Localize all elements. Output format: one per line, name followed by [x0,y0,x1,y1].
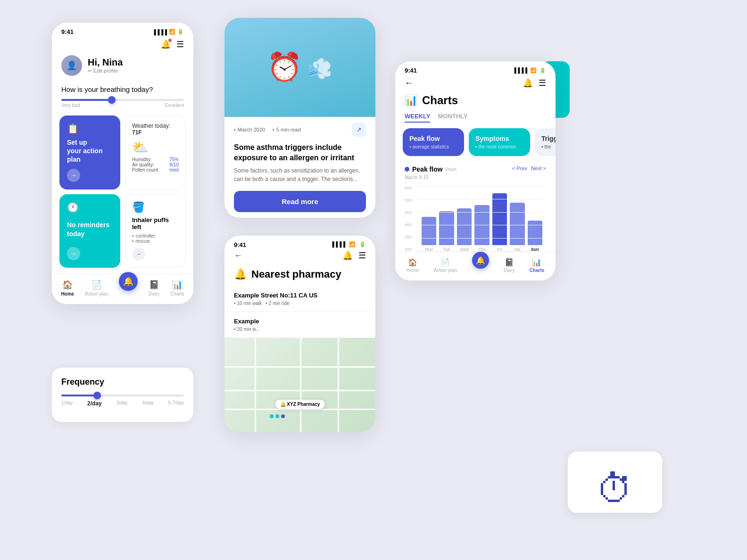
menu-icon[interactable]: ☰ [176,39,184,49]
charts-status-bar: 9:41 ▐▐▐▐ 📶 🔋 [395,61,556,76]
pharmacy-1-tags: 10 min walk 2 min ride [234,301,366,306]
charts-wifi: 📶 [530,67,537,74]
nav-action-plan[interactable]: 📄 Action plan [85,280,108,296]
frequency-card: Frequency 1/day 2/day 3/day 4/day 5-7/da… [52,368,193,422]
pharmacy-item-1[interactable]: Example Street No:11 CA US 10 min walk 2… [224,286,375,312]
map-pin[interactable]: 🔔 XYZ Pharmacy [275,400,325,409]
reminders-icon: 🕐 [67,202,113,213]
slider-labels: Very bad Excellent [61,103,184,108]
slider-min: Very bad [61,103,80,108]
slider-thumb [108,96,116,104]
phone-article: ⏰ 💨 March 2020 5 min read ↗ Some asthma … [224,18,375,218]
greeting-text: Hi, Nina [88,57,123,68]
charts-signal: ▐▐▐▐ [513,67,527,74]
peak-flow-date: March 9-15 [405,175,546,180]
pharmacy-menu-icon[interactable]: ☰ [358,250,366,261]
pharmacy-2-name: Example [234,318,259,325]
chart-cat-triggers[interactable]: Trigg the [535,128,556,156]
pharmacy-1-tag1: 10 min walk [234,301,262,306]
frequency-slider[interactable]: 1/day 2/day 3/day 4/day 5-7/day [61,395,184,407]
status-icons: ▐▐▐▐ 📶 🔋 [152,29,184,35]
pharmacy-title: Nearest pharmacy [251,268,341,280]
charts-nav-home[interactable]: 🏠 Home [407,258,419,273]
home-icon: 🏠 [62,280,73,290]
weather-stats: Humidity:75% Air quality:8/10 Pollen cou… [132,157,179,173]
wifi-icon: 📶 [169,29,175,35]
bar-thu: Thu [474,205,489,252]
charts-header: ← 🔔 ☰ [395,76,556,92]
bar-wed-rect [457,208,472,245]
frequency-labels: 1/day 2/day 3/day 4/day 5-7/day [61,400,184,407]
weather-card: Weather today: 71F ⛅ Humidity:75% Air qu… [125,115,186,189]
phone-charts: 9:41 ▐▐▐▐ 📶 🔋 ← 🔔 ☰ 📊 Charts WEEKLY MONT… [395,61,556,280]
slider-fill [61,99,110,101]
reminders-card[interactable]: 🕐 No reminderstoday → [59,194,120,268]
action-plan-title: Set upyour action plan [67,138,113,164]
charts-title: Charts [422,94,458,107]
next-button[interactable]: Next > [531,165,546,171]
charts-bar-icon: 📊 [405,94,417,107]
article-content: Some asthma triggers include exposure to… [224,137,375,218]
action-plan-arrow[interactable]: → [67,169,80,182]
charts-menu-icon[interactable]: ☰ [539,78,546,88]
chart-category-cards: Peak flow average statistics Symptoms th… [395,128,556,162]
signal-icon: ▐▐▐▐ [152,29,167,35]
pharmacy-1-name: Example Street No:11 CA US [234,292,366,299]
pharmacy-item-2[interactable]: Example 20 min w... [224,312,375,338]
nav-diary[interactable]: 📓 Diary [149,280,159,296]
chart-cat-peak-flow[interactable]: Peak flow average statistics [403,128,464,156]
status-bar: 9:41 ▐▐▐▐ 📶 🔋 [52,23,193,37]
bar-mon-rect [422,217,436,245]
prev-button[interactable]: < Prev [512,165,527,171]
reminders-arrow[interactable]: → [67,247,80,260]
tab-monthly[interactable]: MONTHLY [438,113,467,123]
action-plan-card[interactable]: 📋 Set upyour action plan → [59,115,120,189]
chart-cat-symptoms[interactable]: Symptoms the most common [469,128,530,156]
pharmacy-bell-icon[interactable]: 🔔 [342,250,353,261]
phone-home: 9:41 ▐▐▐▐ 📶 🔋 🔔 ☰ 👤 Hi, Nina ✏ Edit prof… [52,23,193,304]
inhaler-arrow[interactable]: → [132,247,145,261]
charts-bottom-nav: 🏠 Home 📄 Action plan 🔔 📓 Diary 📊 Charts [395,252,556,280]
article-body: Some factors, such as sensitization to a… [234,166,366,183]
y-axis-labels: 550 500 450 400 350 300 [405,186,412,252]
inhaler-title: Inhaler puffs left [132,216,179,231]
reminders-title: No reminderstoday [67,221,113,238]
avatar[interactable]: 👤 [61,55,82,76]
nav-charts[interactable]: 📊 Charts [170,280,184,296]
charts-nav-bell[interactable]: 🔔 [472,252,489,269]
phone-pharmacy: 9:41 ▐▐▐▐ 📶 🔋 ← 🔔 ☰ 🔔 Nearest pharmacy E… [224,236,375,432]
pharmacy-back-button[interactable]: ← [234,251,242,261]
freq-label-5: 5-7/day [168,400,184,407]
inhaler-image: 💨 [304,53,336,85]
edit-profile-link[interactable]: ✏ Edit profile [88,68,123,74]
stopwatch-icon: ⏱ [596,470,634,513]
read-more-button[interactable]: Read more [234,191,366,212]
bell-icon[interactable]: 🔔 [160,39,171,49]
pharmacy-icon: 🔔 [234,268,247,280]
nav-bell-bubble[interactable]: 🔔 [119,272,138,291]
charts-nav-diary[interactable]: 📓 Diary [504,258,515,273]
header-row: 🔔 ☰ [52,37,193,53]
bottom-nav: 🏠 Home 📄 Action plan 🔔 📓 Diary 📊 Charts [52,273,193,304]
freq-label-4: 4/day [142,400,154,407]
breathing-slider[interactable] [61,99,184,101]
charts-bell-icon[interactable]: 🔔 [523,78,533,88]
bar-chart: 550 500 450 400 350 300 Mon [405,186,546,252]
tab-weekly[interactable]: WEEKLY [405,113,430,123]
battery-icon: 🔋 [177,29,184,35]
charts-back-button[interactable]: ← [405,78,413,88]
pharmacy-1-tag2: 2 min ride [266,301,289,306]
charts-diary-icon: 📓 [505,258,514,267]
nav-home[interactable]: 🏠 Home [61,280,74,296]
charts-nav-charts[interactable]: 📊 Charts [530,258,545,273]
symptoms-cat-sub: the most common [475,144,523,149]
bar-sun-rect [528,221,542,245]
bar-sat: Sat [510,203,524,252]
weather-title: Weather today: 71F [132,123,179,136]
status-time: 9:41 [61,28,74,35]
charts-nav-action[interactable]: 📄 Action plan [434,258,457,273]
article-read-time: 5 min read [273,127,301,132]
clock-image: ⏰ [267,53,302,82]
share-icon[interactable]: ↗ [352,123,366,137]
triggers-cat-sub: the [541,144,556,149]
